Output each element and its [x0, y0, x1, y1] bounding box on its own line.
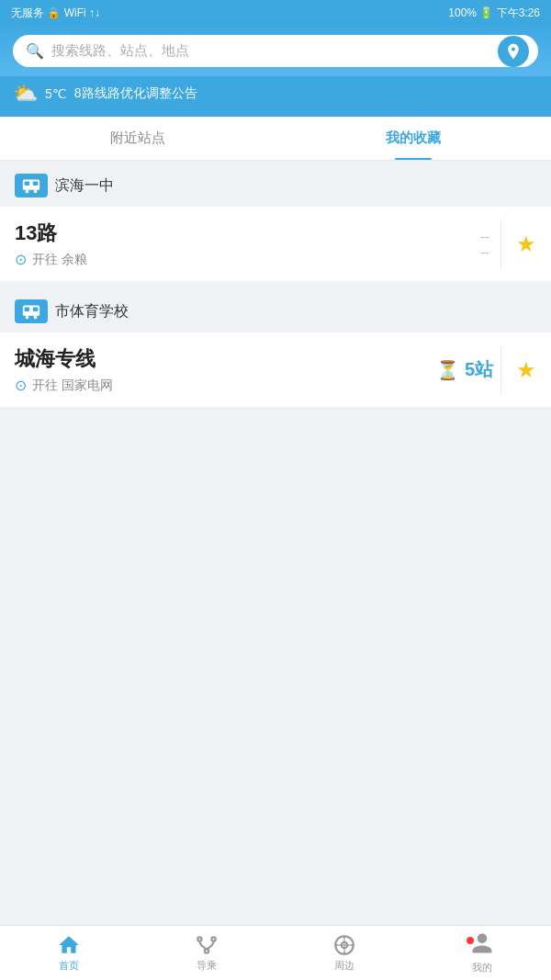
favorite-star-1[interactable]: ★	[509, 231, 536, 257]
favorite-star-2[interactable]: ★	[509, 357, 536, 383]
tab-favorites[interactable]: 我的收藏	[276, 117, 551, 160]
bottom-nav: 首页 导乘 周边 我的	[0, 925, 551, 980]
dest-text-1: 开往 余粮	[32, 252, 87, 268]
route-info-1: 13路 ⊙ 开往 余粮	[15, 220, 480, 268]
content-area: 滨海一中 13路 ⊙ 开往 余粮 -- -- ★	[0, 161, 551, 925]
svg-point-12	[197, 937, 201, 941]
nav-label-route: 导乘	[197, 959, 217, 973]
status-left: 无服务 🔒 WiFi ↑↓	[11, 6, 100, 21]
weather-bar: ⛅ 5℃ 8路线路优化调整公告	[0, 76, 551, 117]
route-status-1: -- --	[480, 229, 489, 260]
section-header-2: 市体育学校	[0, 287, 551, 332]
svg-point-5	[34, 190, 38, 194]
nav-item-route[interactable]: 导乘	[138, 926, 276, 980]
tab-nearby[interactable]: 附近站点	[0, 117, 276, 160]
nav-item-nearby[interactable]: 周边	[276, 926, 413, 980]
svg-point-4	[26, 190, 29, 194]
section-header-1: 滨海一中	[0, 161, 551, 207]
separator-2	[500, 345, 501, 394]
svg-rect-9	[23, 314, 39, 316]
status-right: 100% 🔋 下午3:26	[448, 6, 540, 21]
dest-arrow-icon-2: ⊙	[15, 377, 27, 394]
route-row-1[interactable]: 13路 ⊙ 开往 余粮 -- -- ★	[0, 207, 551, 281]
section-title-1: 滨海一中	[55, 176, 114, 196]
location-button[interactable]	[498, 36, 529, 67]
route-name-1: 13路	[15, 220, 480, 247]
waiting-info-2: ⏳ 5站	[436, 357, 493, 382]
bus-stop-icon-1	[15, 174, 48, 197]
svg-rect-1	[25, 181, 30, 186]
svg-point-14	[205, 949, 208, 952]
svg-rect-7	[25, 307, 30, 311]
search-bar[interactable]: 🔍 搜索线路、站点、地点	[13, 35, 538, 67]
header: 🔍 搜索线路、站点、地点	[0, 26, 551, 76]
svg-rect-3	[23, 188, 39, 190]
svg-point-11	[34, 316, 38, 320]
status-bottom-1: --	[480, 244, 489, 260]
route-dest-1: ⊙ 开往 余粮	[15, 251, 480, 268]
nav-item-home[interactable]: 首页	[0, 926, 138, 980]
weather-notice[interactable]: 8路线路优化调整公告	[74, 85, 197, 102]
route-info-2: 城海专线 ⊙ 开往 国家电网	[15, 345, 436, 394]
section-title-2: 市体育学校	[55, 302, 129, 321]
svg-point-10	[26, 316, 29, 320]
station-count-2: 5站	[465, 357, 493, 382]
search-icon: 🔍	[26, 42, 44, 60]
route-card-2: 城海专线 ⊙ 开往 国家电网 ⏳ 5站 ★	[0, 332, 551, 407]
separator-1	[500, 220, 501, 268]
route-dest-2: ⊙ 开往 国家电网	[15, 377, 436, 394]
search-placeholder: 搜索线路、站点、地点	[51, 42, 525, 60]
weather-temp: 5℃	[45, 86, 67, 101]
hourglass-icon: ⏳	[436, 359, 459, 381]
nav-label-mine: 我的	[472, 961, 492, 974]
route-card-1: 13路 ⊙ 开往 余粮 -- -- ★	[0, 207, 551, 281]
bus-stop-icon-2	[15, 299, 48, 323]
mine-badge	[467, 937, 474, 944]
nav-item-mine[interactable]: 我的	[413, 926, 551, 980]
dest-arrow-icon-1: ⊙	[15, 251, 27, 268]
status-top-1: --	[480, 229, 489, 244]
svg-point-13	[211, 937, 215, 941]
nav-label-home: 首页	[59, 959, 79, 973]
svg-rect-8	[33, 307, 39, 311]
route-name-2: 城海专线	[15, 345, 436, 373]
weather-icon: ⛅	[13, 82, 38, 106]
tabs-bar: 附近站点 我的收藏	[0, 117, 551, 161]
status-bar: 无服务 🔒 WiFi ↑↓ 100% 🔋 下午3:26	[0, 0, 551, 26]
svg-rect-2	[33, 181, 39, 186]
dest-text-2: 开往 国家电网	[32, 377, 113, 394]
route-row-2[interactable]: 城海专线 ⊙ 开往 国家电网 ⏳ 5站 ★	[0, 332, 551, 407]
nav-label-nearby: 周边	[334, 959, 354, 973]
